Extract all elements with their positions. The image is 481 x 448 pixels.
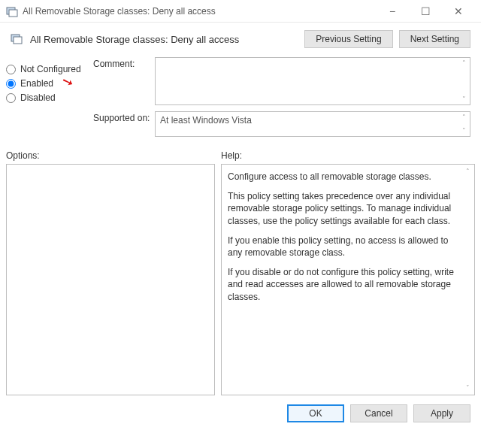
state-radios: Not Configured Enabled ➘ Disabled bbox=[6, 57, 90, 143]
maximize-button[interactable]: ☐ bbox=[409, 1, 442, 22]
comment-label: Comment: bbox=[93, 57, 155, 105]
minimize-button[interactable]: − bbox=[376, 1, 409, 22]
supported-value: At least Windows Vista bbox=[160, 115, 252, 126]
svg-rect-3 bbox=[14, 37, 22, 44]
chevron-up-icon[interactable]: ˄ bbox=[462, 166, 473, 177]
policy-title: All Removable Storage classes: Deny all … bbox=[30, 34, 298, 45]
fields: Comment: ˄ ˅ Supported on: At least Wind… bbox=[93, 57, 470, 143]
chevron-down-icon[interactable]: ˅ bbox=[459, 126, 468, 135]
lower-panes: ˄ Configure access to all removable stor… bbox=[0, 164, 481, 395]
lower-labels: Options: Help: bbox=[0, 149, 481, 164]
chevron-up-icon[interactable]: ˄ bbox=[459, 113, 468, 122]
policy-icon bbox=[6, 5, 18, 17]
ok-button[interactable]: OK bbox=[287, 404, 344, 422]
next-setting-button[interactable]: Next Setting bbox=[399, 30, 470, 48]
help-text: This policy setting takes precedence ove… bbox=[228, 190, 461, 227]
radio-not-configured-label: Not Configured bbox=[20, 64, 81, 74]
settings-area: Not Configured Enabled ➘ Disabled Commen… bbox=[0, 53, 481, 149]
annotation-arrow-icon: ➘ bbox=[59, 72, 76, 92]
radio-disabled[interactable]: Disabled bbox=[6, 92, 90, 103]
cancel-button[interactable]: Cancel bbox=[350, 404, 407, 422]
policy-icon bbox=[11, 32, 24, 46]
help-pane: ˄ Configure access to all removable stor… bbox=[221, 164, 475, 395]
comment-field: Comment: ˄ ˅ bbox=[93, 57, 470, 105]
radio-not-configured-input[interactable] bbox=[6, 65, 16, 74]
supported-field: Supported on: At least Windows Vista ˄ ˅ bbox=[93, 111, 470, 137]
comment-textarea[interactable]: ˄ ˅ bbox=[155, 57, 470, 105]
help-text: If you enable this policy setting, no ac… bbox=[228, 235, 461, 259]
chevron-down-icon[interactable]: ˅ bbox=[459, 95, 468, 104]
window-title: All Removable Storage classes: Deny all … bbox=[23, 6, 376, 17]
radio-not-configured[interactable]: Not Configured bbox=[6, 64, 90, 74]
radio-enabled-label: Enabled bbox=[20, 78, 53, 89]
footer: OK Cancel Apply bbox=[0, 395, 481, 431]
chevron-down-icon[interactable]: ˅ bbox=[462, 383, 473, 393]
radio-disabled-label: Disabled bbox=[20, 92, 56, 103]
radio-disabled-input[interactable] bbox=[6, 93, 16, 103]
help-text: If you disable or do not configure this … bbox=[228, 266, 461, 303]
options-label: Options: bbox=[6, 150, 221, 161]
options-pane bbox=[6, 164, 215, 395]
supported-label: Supported on: bbox=[93, 111, 155, 137]
close-button[interactable]: ✕ bbox=[442, 1, 475, 22]
window-controls: − ☐ ✕ bbox=[376, 1, 475, 22]
chevron-up-icon[interactable]: ˄ bbox=[459, 59, 468, 68]
svg-rect-1 bbox=[9, 10, 17, 17]
header: All Removable Storage classes: Deny all … bbox=[0, 23, 481, 53]
radio-enabled[interactable]: Enabled ➘ bbox=[6, 78, 90, 89]
apply-button[interactable]: Apply bbox=[413, 404, 470, 422]
supported-on-box: At least Windows Vista ˄ ˅ bbox=[155, 111, 470, 137]
previous-setting-button[interactable]: Previous Setting bbox=[304, 30, 392, 48]
help-text: Configure access to all removable storag… bbox=[228, 171, 461, 183]
help-label: Help: bbox=[221, 150, 242, 161]
radio-enabled-input[interactable] bbox=[6, 79, 16, 89]
titlebar: All Removable Storage classes: Deny all … bbox=[0, 0, 481, 23]
